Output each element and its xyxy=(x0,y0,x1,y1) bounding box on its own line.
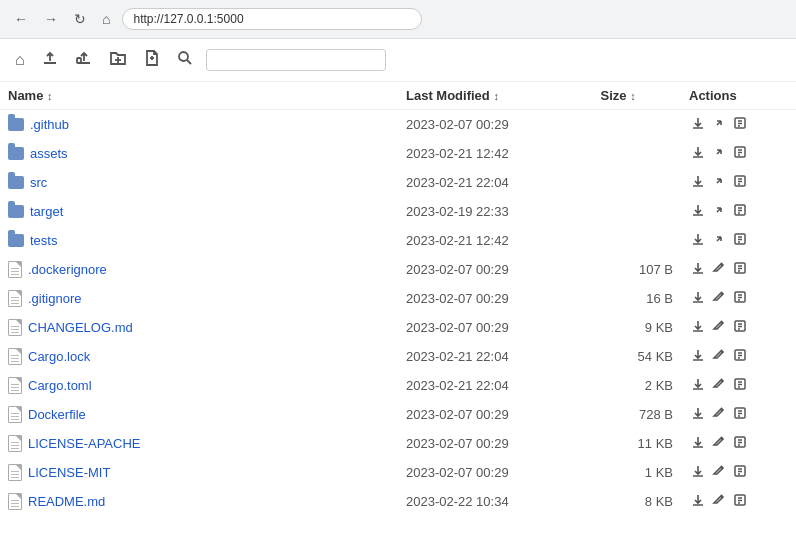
file-size: 8 KB xyxy=(593,487,681,516)
home-button[interactable]: ⌂ xyxy=(98,9,114,29)
download-icon[interactable] xyxy=(689,405,707,424)
file-size xyxy=(593,226,681,255)
download-icon[interactable] xyxy=(689,115,707,134)
file-link[interactable]: src xyxy=(30,175,47,190)
browser-chrome: ← → ↻ ⌂ xyxy=(0,0,796,39)
file-link[interactable]: LICENSE-APACHE xyxy=(28,436,140,451)
table-row: tests2023-02-21 12:42 xyxy=(0,226,796,255)
file-size xyxy=(593,168,681,197)
file-actions xyxy=(681,429,796,458)
view-icon[interactable] xyxy=(731,376,749,395)
edit-icon[interactable] xyxy=(710,318,728,337)
download-icon[interactable] xyxy=(689,202,707,221)
download-icon[interactable] xyxy=(689,144,707,163)
edit-icon[interactable] xyxy=(710,260,728,279)
view-icon[interactable] xyxy=(731,347,749,366)
edit-icon[interactable] xyxy=(710,463,728,482)
download-icon[interactable] xyxy=(689,347,707,366)
file-link[interactable]: Cargo.toml xyxy=(28,378,92,393)
toolbar-upload2-button[interactable] xyxy=(72,47,96,73)
back-button[interactable]: ← xyxy=(10,9,32,29)
column-header-name[interactable]: Name ↕ xyxy=(0,82,398,110)
download-icon[interactable] xyxy=(689,492,707,511)
download-icon[interactable] xyxy=(689,260,707,279)
file-link[interactable]: LICENSE-MIT xyxy=(28,465,110,480)
edit-icon[interactable] xyxy=(710,289,728,308)
file-link[interactable]: .gitignore xyxy=(28,291,81,306)
navigate-icon[interactable] xyxy=(710,144,728,163)
folder-icon xyxy=(8,176,24,189)
modified-sort-icon: ↕ xyxy=(493,90,499,102)
file-link[interactable]: target xyxy=(30,204,63,219)
table-row: .gitignore2023-02-07 00:2916 B xyxy=(0,284,796,313)
file-link[interactable]: Dockerfile xyxy=(28,407,86,422)
view-icon[interactable] xyxy=(731,405,749,424)
edit-icon[interactable] xyxy=(710,492,728,511)
edit-icon[interactable] xyxy=(710,405,728,424)
download-icon[interactable] xyxy=(689,289,707,308)
svg-line-6 xyxy=(187,60,191,64)
file-link[interactable]: assets xyxy=(30,146,68,161)
download-icon[interactable] xyxy=(689,376,707,395)
file-name-cell: Dockerfile xyxy=(8,406,390,423)
file-name-cell: LICENSE-APACHE xyxy=(8,435,390,452)
view-icon[interactable] xyxy=(731,144,749,163)
download-icon[interactable] xyxy=(689,434,707,453)
file-link[interactable]: tests xyxy=(30,233,57,248)
view-icon[interactable] xyxy=(731,289,749,308)
file-size: 9 KB xyxy=(593,313,681,342)
table-row: LICENSE-APACHE2023-02-07 00:2911 KB xyxy=(0,429,796,458)
toolbar-upload-button[interactable] xyxy=(38,47,62,73)
view-icon[interactable] xyxy=(731,260,749,279)
toolbar-new-folder-button[interactable] xyxy=(106,47,130,73)
file-modified: 2023-02-21 22:04 xyxy=(398,371,593,400)
file-modified: 2023-02-07 00:29 xyxy=(398,313,593,342)
search-input[interactable] xyxy=(206,49,386,71)
navigate-icon[interactable] xyxy=(710,231,728,250)
forward-button[interactable]: → xyxy=(40,9,62,29)
download-icon[interactable] xyxy=(689,463,707,482)
file-actions xyxy=(681,168,796,197)
navigate-icon[interactable] xyxy=(710,115,728,134)
edit-icon[interactable] xyxy=(710,376,728,395)
file-link[interactable]: CHANGELOG.md xyxy=(28,320,133,335)
view-icon[interactable] xyxy=(731,463,749,482)
folder-icon xyxy=(8,205,24,218)
edit-icon[interactable] xyxy=(710,434,728,453)
download-icon[interactable] xyxy=(689,318,707,337)
view-icon[interactable] xyxy=(731,115,749,134)
refresh-button[interactable]: ↻ xyxy=(70,9,90,29)
file-actions xyxy=(681,400,796,429)
table-row: target2023-02-19 22:33 xyxy=(0,197,796,226)
file-actions xyxy=(681,371,796,400)
view-icon[interactable] xyxy=(731,173,749,192)
navigate-icon[interactable] xyxy=(710,202,728,221)
file-link[interactable]: Cargo.lock xyxy=(28,349,90,364)
file-size: 1 KB xyxy=(593,458,681,487)
file-name-cell: .dockerignore xyxy=(8,261,390,278)
toolbar-home-button[interactable]: ⌂ xyxy=(12,49,28,71)
file-link[interactable]: .github xyxy=(30,117,69,132)
view-icon[interactable] xyxy=(731,492,749,511)
file-actions xyxy=(681,197,796,226)
toolbar-search-button[interactable] xyxy=(174,48,196,72)
download-icon[interactable] xyxy=(689,173,707,192)
file-modified: 2023-02-21 22:04 xyxy=(398,342,593,371)
navigate-icon[interactable] xyxy=(710,173,728,192)
column-header-modified[interactable]: Last Modified ↕ xyxy=(398,82,593,110)
view-icon[interactable] xyxy=(731,202,749,221)
view-icon[interactable] xyxy=(731,434,749,453)
file-modified: 2023-02-19 22:33 xyxy=(398,197,593,226)
download-icon[interactable] xyxy=(689,231,707,250)
file-actions xyxy=(681,110,796,140)
file-link[interactable]: README.md xyxy=(28,494,105,509)
address-bar[interactable] xyxy=(122,8,422,30)
file-link[interactable]: .dockerignore xyxy=(28,262,107,277)
file-name-cell: .github xyxy=(8,117,390,132)
toolbar-new-file-button[interactable] xyxy=(140,47,164,73)
edit-icon[interactable] xyxy=(710,347,728,366)
view-icon[interactable] xyxy=(731,318,749,337)
folder-icon xyxy=(8,147,24,160)
column-header-size[interactable]: Size ↕ xyxy=(593,82,681,110)
view-icon[interactable] xyxy=(731,231,749,250)
